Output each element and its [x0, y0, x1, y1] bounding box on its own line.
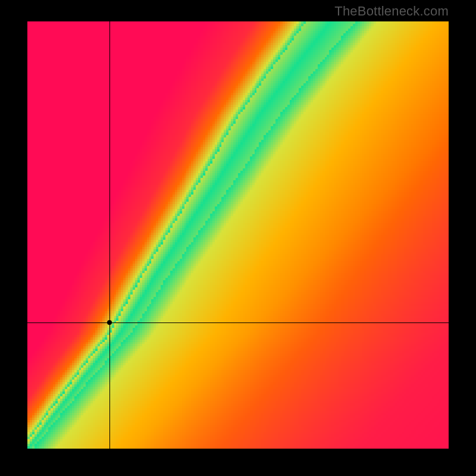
- watermark-text: TheBottleneck.com: [334, 4, 449, 19]
- chart-frame: TheBottleneck.com: [0, 0, 476, 476]
- plot-area: [27, 21, 449, 449]
- heatmap-canvas: [27, 21, 449, 449]
